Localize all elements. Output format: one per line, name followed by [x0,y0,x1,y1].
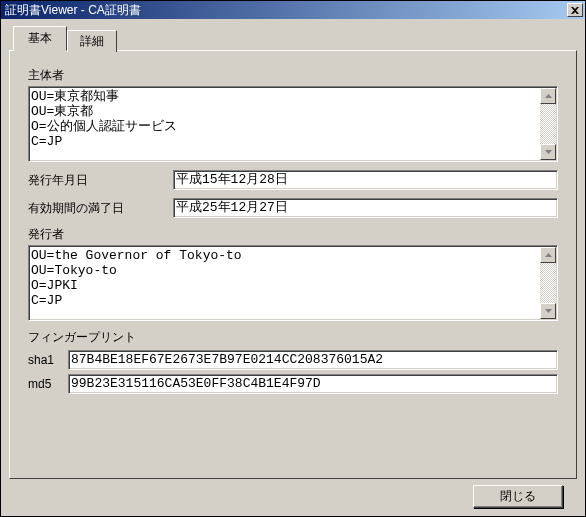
scroll-track[interactable] [540,104,556,144]
tab-basic-label: 基本 [28,31,52,45]
sha1-field[interactable]: 87B4BE18EF67E2673E7B97E0214CC208376015A2 [68,350,558,370]
scroll-down-icon[interactable] [540,303,556,319]
tab-detail-label: 詳細 [80,34,104,48]
window-title: 証明書Viewer - CA証明書 [5,2,567,19]
subject-content: OU=東京都知事 OU=東京都 O=公的個人認証サービス C=JP [29,87,540,161]
expiry-date-label: 有効期間の満了日 [28,200,173,217]
sha1-label: sha1 [28,353,68,367]
tab-basic[interactable]: 基本 [13,26,67,51]
issue-date-field[interactable]: 平成15年12月28日 [173,170,558,190]
md5-label: md5 [28,377,68,391]
titlebar: 証明書Viewer - CA証明書 [1,1,585,19]
tab-detail[interactable]: 詳細 [67,30,117,52]
client-area: 基本 詳細 主体者 OU=東京都知事 OU=東京都 O=公的個人認証サービス C… [1,19,585,516]
certificate-viewer-window: 証明書Viewer - CA証明書 基本 詳細 主体者 OU=東京都知事 OU=… [0,0,586,517]
subject-label: 主体者 [28,67,558,84]
scroll-up-icon[interactable] [540,247,556,263]
issuer-scrollbar[interactable] [540,247,556,319]
button-bar: 閉じる [9,479,577,508]
issue-date-label: 発行年月日 [28,172,173,189]
md5-field[interactable]: 99B23E315116CA53E0FF38C4B1E4F97D [68,374,558,394]
scroll-up-icon[interactable] [540,88,556,104]
subject-textarea[interactable]: OU=東京都知事 OU=東京都 O=公的個人認証サービス C=JP [28,86,558,162]
tabstrip: 基本 詳細 [13,25,577,50]
fingerprint-label: フィンガープリント [28,329,558,346]
close-icon[interactable] [567,3,583,17]
tab-panel-basic: 主体者 OU=東京都知事 OU=東京都 O=公的個人認証サービス C=JP 発行… [9,50,577,479]
close-button-label: 閉じる [500,489,536,503]
subject-scrollbar[interactable] [540,88,556,160]
close-button[interactable]: 閉じる [473,485,563,508]
issuer-label: 発行者 [28,226,558,243]
issuer-textarea[interactable]: OU=the Governor of Tokyo-to OU=Tokyo-to … [28,245,558,321]
issuer-content: OU=the Governor of Tokyo-to OU=Tokyo-to … [29,246,540,320]
expiry-date-field[interactable]: 平成25年12月27日 [173,198,558,218]
scroll-down-icon[interactable] [540,144,556,160]
scroll-track[interactable] [540,263,556,303]
